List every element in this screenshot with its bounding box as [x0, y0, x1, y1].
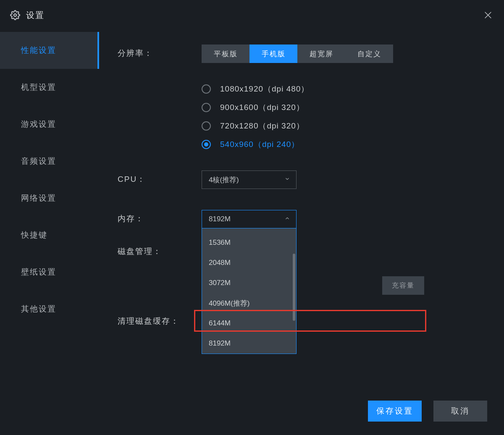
- radio-circle-icon: [202, 103, 211, 112]
- option-label: 6144M: [209, 319, 231, 328]
- sidebar-item-label: 性能设置: [21, 45, 56, 56]
- memory-dropdown: 1536M 2048M 3072M 4096M(推荐) 6144M 8192M: [202, 228, 297, 354]
- save-button[interactable]: 保存设置: [368, 401, 422, 422]
- tab-label: 自定义: [357, 49, 381, 59]
- radio-1080x1920[interactable]: 1080x1920（dpi 480）: [202, 80, 487, 98]
- tab-widescreen[interactable]: 超宽屏: [297, 45, 345, 63]
- cancel-button[interactable]: 取消: [433, 401, 487, 422]
- gear-icon: [10, 10, 20, 20]
- expand-capacity-button[interactable]: 充容量: [382, 276, 424, 295]
- cpu-select[interactable]: 4核(推荐): [202, 170, 297, 189]
- memory-option-8192[interactable]: 8192M: [202, 333, 296, 354]
- button-label: 保存设置: [376, 406, 413, 417]
- tab-label: 超宽屏: [310, 49, 333, 59]
- memory-option-6144[interactable]: 6144M: [202, 313, 296, 333]
- option-label: 8192M: [209, 339, 231, 348]
- sidebar-item-label: 音频设置: [21, 156, 56, 167]
- cpu-select-value: 4核(推荐): [209, 175, 239, 185]
- window-title: 设置: [26, 10, 45, 21]
- dropdown-peek: [202, 228, 296, 233]
- radio-circle-icon: [202, 84, 211, 94]
- radio-900x1600[interactable]: 900x1600（dpi 320）: [202, 98, 487, 117]
- body: 性能设置 机型设置 游戏设置 音频设置 网络设置 快捷键 壁纸设置 其他设置 分…: [0, 30, 504, 435]
- footer: 保存设置 取消: [368, 401, 487, 422]
- sidebar-item-label: 机型设置: [21, 82, 56, 93]
- sidebar-item-shortcut[interactable]: 快捷键: [0, 217, 99, 254]
- cpu-row: CPU： 4核(推荐): [118, 170, 487, 189]
- tab-label: 手机版: [262, 49, 286, 59]
- sidebar: 性能设置 机型设置 游戏设置 音频设置 网络设置 快捷键 壁纸设置 其他设置: [0, 30, 99, 435]
- dropdown-scrollbar[interactable]: [293, 254, 295, 321]
- resolution-label: 分辨率：: [118, 45, 202, 59]
- radio-label: 900x1600（dpi 320）: [220, 102, 304, 113]
- cpu-label: CPU：: [118, 170, 202, 185]
- clear-cache-label: 清理磁盘缓存：: [118, 312, 214, 327]
- memory-select[interactable]: 8192M: [202, 210, 297, 228]
- sidebar-item-label: 其他设置: [21, 304, 56, 314]
- radio-label: 1080x1920（dpi 480）: [220, 84, 309, 94]
- memory-label: 内存：: [118, 210, 202, 224]
- sidebar-item-label: 快捷键: [21, 230, 47, 241]
- sidebar-item-performance[interactable]: 性能设置: [0, 32, 99, 69]
- sidebar-item-audio[interactable]: 音频设置: [0, 143, 99, 180]
- radio-circle-icon: [202, 121, 211, 131]
- radio-label: 720x1280（dpi 320）: [220, 121, 304, 131]
- button-label: 取消: [451, 406, 470, 417]
- main-panel: 分辨率： 平板版 手机版 超宽屏 自定义 1080x1920（dpi 480） …: [99, 30, 504, 435]
- option-label: 4096M(推荐): [209, 299, 249, 308]
- memory-select-value: 8192M: [209, 215, 231, 223]
- disk-label: 磁盘管理：: [118, 243, 202, 257]
- sidebar-item-game[interactable]: 游戏设置: [0, 106, 99, 143]
- memory-option-1536[interactable]: 1536M: [202, 233, 296, 253]
- radio-label: 540x960（dpi 240）: [220, 139, 299, 150]
- memory-option-3072[interactable]: 3072M: [202, 273, 296, 293]
- memory-select-wrap: 8192M 1536M 2048M 3072M 4096M(推荐) 6144M …: [202, 210, 297, 228]
- sidebar-item-label: 壁纸设置: [21, 267, 56, 278]
- title-bar: 设置: [0, 0, 504, 30]
- chevron-down-icon: [284, 176, 290, 184]
- sidebar-item-model[interactable]: 机型设置: [0, 69, 99, 106]
- tab-custom[interactable]: 自定义: [345, 45, 393, 63]
- chevron-up-icon: [284, 215, 290, 223]
- sidebar-item-label: 网络设置: [21, 193, 56, 204]
- disk-row: 磁盘管理：: [118, 243, 487, 257]
- button-label: 充容量: [392, 281, 415, 290]
- clear-cache-row: 清理磁盘缓存：: [118, 312, 487, 327]
- memory-row: 内存： 8192M 1536M 2048M 3072M 4096M(推荐) 61…: [118, 210, 487, 228]
- memory-option-2048[interactable]: 2048M: [202, 253, 296, 273]
- option-label: 1536M: [209, 238, 231, 247]
- close-button[interactable]: [482, 9, 494, 21]
- resolution-radios: 1080x1920（dpi 480） 900x1600（dpi 320） 720…: [202, 80, 487, 154]
- radio-720x1280[interactable]: 720x1280（dpi 320）: [202, 117, 487, 135]
- sidebar-item-label: 游戏设置: [21, 119, 56, 130]
- radio-540x960[interactable]: 540x960（dpi 240）: [202, 135, 487, 154]
- svg-point-0: [14, 14, 16, 16]
- memory-option-4096[interactable]: 4096M(推荐): [202, 293, 296, 313]
- resolution-row: 分辨率： 平板版 手机版 超宽屏 自定义: [118, 45, 487, 63]
- tab-tablet[interactable]: 平板版: [202, 45, 249, 63]
- tab-phone[interactable]: 手机版: [249, 45, 297, 63]
- radio-circle-icon: [202, 140, 211, 149]
- sidebar-item-network[interactable]: 网络设置: [0, 180, 99, 217]
- option-label: 2048M: [209, 259, 231, 267]
- sidebar-item-other[interactable]: 其他设置: [0, 291, 99, 328]
- resolution-tabs: 平板版 手机版 超宽屏 自定义: [202, 45, 393, 63]
- sidebar-item-wallpaper[interactable]: 壁纸设置: [0, 254, 99, 291]
- tab-label: 平板版: [214, 49, 238, 59]
- option-label: 3072M: [209, 279, 231, 287]
